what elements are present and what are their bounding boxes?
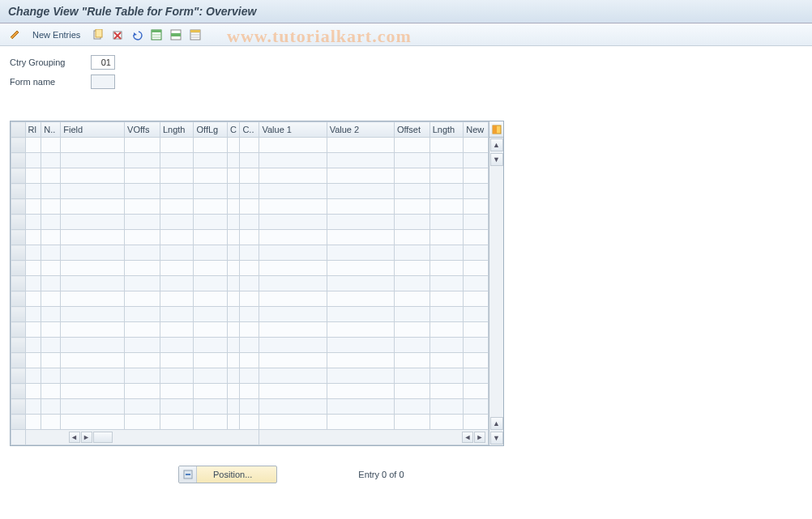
cell[interactable] xyxy=(464,399,489,415)
cell[interactable] xyxy=(194,230,228,245)
cell[interactable] xyxy=(259,368,327,384)
col-offset[interactable]: Offset xyxy=(394,122,430,138)
cell[interactable] xyxy=(259,415,327,430)
table-row[interactable] xyxy=(11,291,489,307)
cell[interactable] xyxy=(41,415,61,430)
cell[interactable] xyxy=(41,168,61,184)
cell[interactable] xyxy=(125,338,160,353)
cell[interactable] xyxy=(228,168,240,184)
cell[interactable] xyxy=(327,291,394,307)
cell[interactable] xyxy=(430,261,464,276)
hscroll-right2-button[interactable]: ► xyxy=(474,432,485,443)
cell[interactable] xyxy=(259,230,327,245)
table-row[interactable] xyxy=(11,399,489,415)
cell[interactable] xyxy=(394,138,430,153)
cell[interactable] xyxy=(61,353,125,368)
row-selector[interactable] xyxy=(11,415,26,430)
cell[interactable] xyxy=(228,338,240,353)
cell[interactable] xyxy=(194,322,228,338)
cell[interactable] xyxy=(125,415,160,430)
cell[interactable] xyxy=(327,245,394,261)
cell[interactable] xyxy=(125,353,160,368)
cell[interactable] xyxy=(394,230,430,245)
table-row[interactable] xyxy=(11,245,489,261)
cell[interactable] xyxy=(240,291,259,307)
cell[interactable] xyxy=(228,384,240,399)
table-row[interactable] xyxy=(11,307,489,322)
cell[interactable] xyxy=(61,322,125,338)
cell[interactable] xyxy=(61,230,125,245)
cell[interactable] xyxy=(228,368,240,384)
cell[interactable] xyxy=(240,168,259,184)
cell[interactable] xyxy=(61,276,125,291)
copy-as-button[interactable] xyxy=(90,27,106,43)
cell[interactable] xyxy=(41,199,61,215)
cell[interactable] xyxy=(394,291,430,307)
cell[interactable] xyxy=(125,168,160,184)
cell[interactable] xyxy=(25,384,41,399)
cell[interactable] xyxy=(240,368,259,384)
row-selector[interactable] xyxy=(11,291,26,307)
cell[interactable] xyxy=(240,153,259,168)
cell[interactable] xyxy=(160,368,194,384)
cell[interactable] xyxy=(160,322,194,338)
cell[interactable] xyxy=(464,384,489,399)
cell[interactable] xyxy=(430,138,464,153)
cell[interactable] xyxy=(160,415,194,430)
cell[interactable] xyxy=(125,215,160,230)
cell[interactable] xyxy=(259,384,327,399)
cell[interactable] xyxy=(194,168,228,184)
cell[interactable] xyxy=(464,184,489,199)
cell[interactable] xyxy=(464,353,489,368)
cell[interactable] xyxy=(61,291,125,307)
cell[interactable] xyxy=(240,276,259,291)
cell[interactable] xyxy=(240,415,259,430)
table-row[interactable] xyxy=(11,415,489,430)
vscroll-down2-button[interactable]: ▼ xyxy=(490,432,503,445)
select-all-button[interactable] xyxy=(148,27,165,43)
cell[interactable] xyxy=(240,353,259,368)
cell[interactable] xyxy=(327,215,394,230)
cell[interactable] xyxy=(160,215,194,230)
cell[interactable] xyxy=(259,215,327,230)
table-row[interactable] xyxy=(11,353,489,368)
vscroll-down-button[interactable]: ▼ xyxy=(490,153,503,166)
cell[interactable] xyxy=(327,307,394,322)
col-voffs[interactable]: VOffs xyxy=(125,122,160,138)
row-selector[interactable] xyxy=(11,384,26,399)
cell[interactable] xyxy=(394,415,430,430)
row-selector[interactable] xyxy=(11,368,26,384)
cell[interactable] xyxy=(125,399,160,415)
row-selector-header[interactable] xyxy=(11,122,26,138)
cell[interactable] xyxy=(160,199,194,215)
cell[interactable] xyxy=(430,384,464,399)
col-lngth2[interactable]: Lngth xyxy=(430,122,464,138)
cell[interactable] xyxy=(327,199,394,215)
cell[interactable] xyxy=(41,138,61,153)
cell[interactable] xyxy=(430,230,464,245)
vscroll-up2-button[interactable]: ▲ xyxy=(490,417,503,430)
cell[interactable] xyxy=(394,384,430,399)
row-selector[interactable] xyxy=(11,184,26,199)
cell[interactable] xyxy=(25,338,41,353)
cell[interactable] xyxy=(259,338,327,353)
cell[interactable] xyxy=(194,307,228,322)
cell[interactable] xyxy=(194,399,228,415)
cell[interactable] xyxy=(228,291,240,307)
cell[interactable] xyxy=(394,153,430,168)
cell[interactable] xyxy=(327,261,394,276)
hscroll-left2-button[interactable]: ◄ xyxy=(462,432,473,443)
cell[interactable] xyxy=(327,338,394,353)
cell[interactable] xyxy=(394,184,430,199)
table-row[interactable] xyxy=(11,168,489,184)
cell[interactable] xyxy=(25,307,41,322)
cell[interactable] xyxy=(240,384,259,399)
cell[interactable] xyxy=(194,368,228,384)
cell[interactable] xyxy=(430,322,464,338)
cell[interactable] xyxy=(25,322,41,338)
table-row[interactable] xyxy=(11,322,489,338)
cell[interactable] xyxy=(194,199,228,215)
cell[interactable] xyxy=(194,384,228,399)
row-selector[interactable] xyxy=(11,353,26,368)
cell[interactable] xyxy=(125,291,160,307)
